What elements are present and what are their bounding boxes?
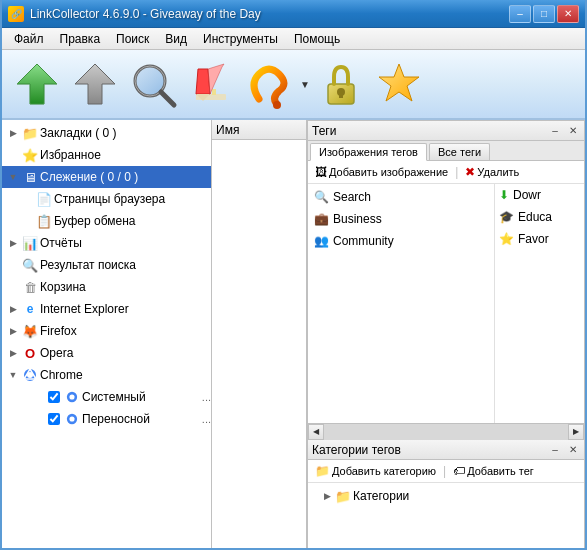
add-tag-icon: 🏷 (453, 464, 465, 478)
sidebar-item-clipboard[interactable]: 📋 Буфер обмена (2, 210, 211, 232)
add-category-icon: 📁 (315, 464, 330, 478)
toolbar: ▼ (2, 50, 585, 120)
star-button[interactable] (372, 57, 426, 111)
favor-tag-icon: ⭐ (499, 232, 514, 246)
svg-marker-16 (379, 64, 419, 101)
edit-button[interactable] (184, 57, 238, 111)
sidebar-item-opera[interactable]: ▶ O Opera (2, 342, 211, 364)
svg-point-20 (69, 394, 74, 399)
lock-button[interactable] (314, 57, 368, 111)
expander (34, 390, 48, 404)
sidebar-item-trash[interactable]: 🗑 Корзина (2, 276, 211, 298)
sidebar-item-reports[interactable]: ▶ 📊 Отчёты (2, 232, 211, 254)
tags-panel-close[interactable]: ✕ (566, 125, 580, 137)
search-button[interactable] (126, 57, 180, 111)
category-root[interactable]: ▶ 📁 Категории (310, 485, 582, 507)
tags-split: 🔍 Search 💼 Business 👥 Community (308, 184, 584, 423)
expander: ▼ (6, 368, 20, 382)
more-button-2[interactable]: ... (202, 413, 211, 425)
menu-file[interactable]: Файл (6, 30, 52, 48)
down-tag-icon: ⬇ (499, 188, 509, 202)
sidebar-item-firefox[interactable]: ▶ 🦊 Firefox (2, 320, 211, 342)
menu-view[interactable]: Вид (157, 30, 195, 48)
scroll-right[interactable]: ▶ (568, 424, 584, 440)
trash-icon: 🗑 (22, 279, 38, 295)
svg-point-22 (69, 416, 74, 421)
tags-horiz-scrollbar[interactable]: ◀ ▶ (308, 423, 584, 439)
bookmark-button[interactable] (242, 57, 296, 111)
add-category-button[interactable]: 📁 Добавить категорию (312, 463, 439, 479)
reports-icon: 📊 (22, 235, 38, 251)
sidebar-item-chrome-portable[interactable]: Переносной ... (2, 408, 211, 430)
folder-icon: 📁 (22, 125, 38, 141)
tag-item-educa[interactable]: 🎓 Educa (495, 206, 584, 228)
categories-panel-titlebar: Категории тегов – ✕ (308, 440, 584, 460)
tags-panel-minimize[interactable]: – (548, 125, 562, 137)
back-arrow-button[interactable] (10, 57, 64, 111)
tag-item-business[interactable]: 💼 Business (310, 208, 492, 230)
tag-item-community[interactable]: 👥 Community (310, 230, 492, 252)
expander: ▶ (6, 236, 20, 250)
clipboard-icon: 📋 (36, 213, 52, 229)
add-image-button[interactable]: 🖼 Добавить изображение (312, 164, 451, 180)
menu-edit[interactable]: Правка (52, 30, 109, 48)
sidebar-item-slezheniye[interactable]: ▼ 🖥 Слежение ( 0 / 0 ) (2, 166, 211, 188)
window-title: LinkCollector 4.6.9.0 - Giveaway of the … (30, 7, 261, 21)
search-icon: 🔍 (22, 257, 38, 273)
menu-help[interactable]: Помощь (286, 30, 348, 48)
chrome-portable-checkbox[interactable] (48, 413, 60, 425)
menu-tools[interactable]: Инструменты (195, 30, 286, 48)
tab-tag-images[interactable]: Изображения тегов (310, 143, 427, 161)
expander: ▶ (6, 126, 20, 140)
close-button[interactable]: ✕ (557, 5, 579, 23)
main-window: 🔗 LinkCollector 4.6.9.0 - Giveaway of th… (0, 0, 587, 550)
maximize-button[interactable]: □ (533, 5, 555, 23)
svg-rect-15 (339, 92, 343, 98)
more-button[interactable]: ... (202, 391, 211, 403)
page-icon: 📄 (36, 191, 52, 207)
sidebar-item-browser-pages[interactable]: 📄 Страницы браузера (2, 188, 211, 210)
menu-search[interactable]: Поиск (108, 30, 157, 48)
categories-panel: Категории тегов – ✕ 📁 Добавить категорию… (307, 440, 585, 550)
star-icon: ⭐ (22, 147, 38, 163)
middle-panel: Имя (212, 120, 307, 550)
cat-expander: ▶ (324, 491, 331, 501)
add-tag-button[interactable]: 🏷 Добавить тег (450, 463, 537, 479)
expander (20, 214, 34, 228)
expander: ▶ (6, 302, 20, 316)
scroll-track[interactable] (324, 424, 568, 440)
separator: | (455, 165, 458, 179)
chrome-portable-icon (64, 411, 80, 427)
tab-all-tags[interactable]: Все теги (429, 143, 490, 160)
tag-item-down[interactable]: ⬇ Dowr (495, 184, 584, 206)
chrome-system-checkbox[interactable] (48, 391, 60, 403)
right-panel: Теги – ✕ Изображения тегов Все теги 🖼 До… (307, 120, 585, 550)
tag-item-favor[interactable]: ⭐ Favor (495, 228, 584, 250)
tags-panel-titlebar: Теги – ✕ (308, 121, 584, 141)
forward-arrow-button[interactable] (68, 57, 122, 111)
categories-panel-close[interactable]: ✕ (566, 444, 580, 456)
tag-item-search[interactable]: 🔍 Search (310, 186, 492, 208)
minimize-button[interactable]: – (509, 5, 531, 23)
menu-bar: Файл Правка Поиск Вид Инструменты Помощь (2, 28, 585, 50)
sidebar-item-chrome-system[interactable]: Системный ... (2, 386, 211, 408)
sidebar-item-favorites[interactable]: ⭐ Избранное (2, 144, 211, 166)
chrome-icon (22, 367, 38, 383)
sidebar-item-ie[interactable]: ▶ e Internet Explorer (2, 298, 211, 320)
add-image-icon: 🖼 (315, 165, 327, 179)
scroll-left[interactable]: ◀ (308, 424, 324, 440)
categories-panel-minimize[interactable]: – (548, 444, 562, 456)
sidebar-item-chrome[interactable]: ▼ Chrome (2, 364, 211, 386)
community-tag-icon: 👥 (314, 234, 329, 248)
delete-icon: ✖ (465, 165, 475, 179)
sidebar-item-bookmarks[interactable]: ▶ 📁 Закладки ( 0 ) (2, 122, 211, 144)
separator2: | (443, 464, 446, 478)
sidebar-item-search-results[interactable]: 🔍 Результат поиска (2, 254, 211, 276)
svg-line-5 (161, 92, 174, 105)
tags-panel: Теги – ✕ Изображения тегов Все теги 🖼 До… (307, 120, 585, 440)
dropdown-arrow[interactable]: ▼ (300, 57, 310, 111)
tags-panel-controls: – ✕ (548, 125, 580, 137)
expander (34, 412, 48, 426)
expander: ▼ (6, 170, 20, 184)
delete-tag-button[interactable]: ✖ Удалить (462, 164, 522, 180)
